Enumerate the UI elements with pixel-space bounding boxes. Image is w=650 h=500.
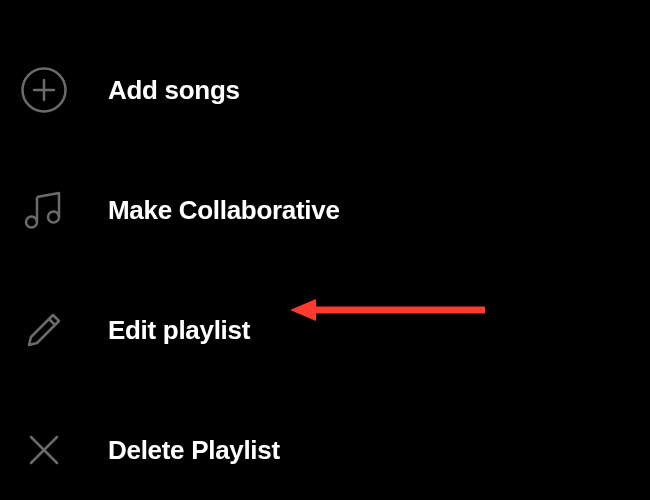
svg-line-6 [49, 319, 55, 325]
music-note-icon [20, 186, 68, 234]
menu-item-label: Add songs [108, 75, 240, 106]
pencil-icon [20, 306, 68, 354]
menu-item-label: Make Collaborative [108, 195, 340, 226]
plus-circle-icon [20, 66, 68, 114]
make-collaborative-item[interactable]: Make Collaborative [0, 150, 650, 270]
add-songs-item[interactable]: Add songs [0, 30, 650, 150]
edit-playlist-item[interactable]: Edit playlist [0, 270, 650, 390]
menu-item-label: Delete Playlist [108, 435, 280, 466]
delete-playlist-item[interactable]: Delete Playlist [0, 390, 650, 500]
playlist-options-menu: Add songs Make Collaborative Edit playli… [0, 0, 650, 500]
svg-point-5 [48, 212, 59, 223]
svg-point-4 [26, 217, 37, 228]
menu-item-label: Edit playlist [108, 315, 250, 346]
x-icon [20, 426, 68, 474]
